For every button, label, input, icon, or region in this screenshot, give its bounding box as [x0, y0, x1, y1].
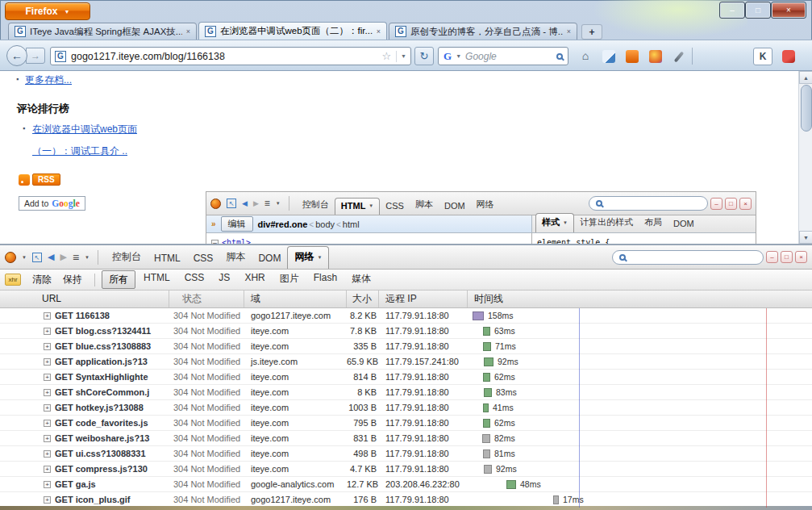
browser-tab-3[interactable]: G原创专业的博客，分享自己点滴 - 博...× [389, 23, 577, 40]
scroll-down-button[interactable]: ▼ [799, 231, 812, 244]
embedded-panel-tab-dom[interactable]: DOM [439, 199, 471, 215]
embedded-search-box[interactable] [589, 196, 708, 211]
close-button[interactable]: × [772, 2, 806, 18]
column-header-timeline[interactable]: 时间线 [468, 291, 812, 307]
panel-menu-icon[interactable]: ≡ [73, 251, 79, 264]
ie-tab-addon-icon[interactable] [599, 48, 618, 65]
post-link-2[interactable]: （一）：调试工具介 .. [32, 144, 127, 158]
embedded-panel-tab-css[interactable]: CSS [380, 199, 410, 215]
firebug-panel-tab-network[interactable]: 网络▼ [287, 246, 329, 269]
column-header-domain[interactable]: 域 [244, 291, 347, 307]
breadcrumb-item[interactable]: html [343, 219, 360, 229]
panel-forward-icon[interactable]: ▶ [253, 199, 259, 207]
filter-images-button[interactable]: 图片 [273, 270, 306, 289]
expand-plus-icon[interactable]: + [44, 496, 51, 504]
panel-minimize-icon[interactable]: – [766, 251, 778, 263]
side-tab-computed[interactable]: 计算出的样式 [574, 214, 639, 232]
filter-html-button[interactable]: HTML [137, 270, 177, 289]
firebug-panel-tab-html[interactable]: HTML [148, 249, 187, 269]
firebug-panel-tab-css[interactable]: CSS [187, 249, 220, 269]
side-tab-layout[interactable]: 布局 [639, 214, 668, 232]
expand-plus-icon[interactable]: + [44, 358, 51, 366]
add-to-google-button[interactable]: Add to Google [19, 196, 85, 211]
bookmark-star-icon[interactable]: ☆ [381, 50, 391, 62]
filter-media-button[interactable]: 媒体 [345, 270, 377, 289]
html-tree-node[interactable]: –<html> [206, 237, 531, 244]
break-on-xhr-icon[interactable]: xhr [5, 274, 21, 286]
embedded-panel-tab-network[interactable]: 网络 [471, 196, 500, 215]
antivirus-addon-icon[interactable] [779, 48, 798, 65]
panel-detach-icon[interactable]: □ [781, 251, 793, 263]
column-header-remote-ip[interactable]: 远程 IP [379, 291, 468, 307]
options-chevron-icon[interactable]: » [211, 219, 216, 228]
expand-plus-icon[interactable]: + [44, 450, 51, 458]
url-bar[interactable]: G gogo1217.iteye.com/blog/1166138 ☆ ▼ [50, 47, 411, 65]
embedded-panel-tab-console[interactable]: 控制台 [297, 196, 335, 215]
forward-button[interactable]: → [26, 48, 45, 64]
filter-css-button[interactable]: CSS [178, 270, 211, 289]
net-request-row[interactable]: +GET ui.css?13088331304 Not Modifieditey… [0, 446, 812, 462]
expand-plus-icon[interactable]: + [44, 404, 51, 412]
home-button[interactable]: ⌂ [576, 48, 595, 65]
edit-button[interactable]: 编辑 [221, 216, 253, 232]
minimize-button[interactable]: – [720, 2, 744, 18]
reload-button[interactable]: ↻ [414, 47, 434, 65]
keyconfig-addon-icon[interactable]: K [753, 48, 772, 65]
page-scrollbar[interactable]: ▲ ▼ [798, 71, 812, 244]
new-tab-button[interactable]: + [581, 24, 602, 40]
net-request-row[interactable]: +GET blue.css?1308883304 Not Modifiedite… [0, 339, 812, 354]
net-request-row[interactable]: +GET ga.js304 Not Modifiedgoogle-analyti… [0, 477, 812, 492]
expand-plus-icon[interactable]: + [44, 343, 51, 350]
panel-forward-icon[interactable]: ▶ [60, 252, 66, 262]
net-request-row[interactable]: +GET shCoreCommon.j304 Not Modifiediteye… [0, 385, 812, 400]
panel-close-icon[interactable]: × [795, 251, 807, 263]
titlebar[interactable]: Firefox ▼ – □ × [0, 0, 812, 22]
filter-all-button[interactable]: 所有 [102, 270, 135, 289]
net-request-row[interactable]: +GET compress.js?130304 Not Modifieditey… [0, 462, 812, 477]
firebug-icon[interactable] [5, 252, 16, 263]
net-request-row[interactable]: +GET SyntaxHighlighte304 Not Modifiedite… [0, 370, 812, 385]
back-button[interactable]: ← [6, 45, 27, 66]
screenshot-addon-icon[interactable] [623, 48, 642, 65]
breadcrumb-item[interactable]: div#red.one [258, 219, 308, 229]
net-request-row[interactable]: +GET blog.css?1324411304 Not Modifiedite… [0, 324, 812, 339]
expand-plus-icon[interactable]: + [44, 466, 51, 473]
expand-plus-icon[interactable]: + [44, 389, 51, 396]
post-link-1[interactable]: 在浏览器中调试web页面 [32, 123, 137, 136]
firefox-menu-button[interactable]: Firefox ▼ [5, 2, 90, 20]
net-request-row[interactable]: +GET 1166138304 Not Modifiedgogo1217.ite… [0, 308, 812, 324]
net-request-row[interactable]: +GET hotkey.js?13088304 Not Modifieditey… [0, 400, 812, 416]
filter-js-button[interactable]: JS [212, 270, 236, 289]
more-archives-link[interactable]: 更多存档... [25, 73, 72, 87]
rss-badge[interactable]: RSS [32, 173, 60, 186]
pen-tool-icon[interactable] [669, 48, 689, 65]
side-tab-dom[interactable]: DOM [668, 216, 700, 232]
rss-feed-icon[interactable] [19, 174, 30, 186]
net-request-row[interactable]: +GET application.js?13304 Not Modifiedjs… [0, 354, 812, 370]
url-history-dropdown-icon[interactable]: ▼ [396, 51, 406, 62]
expand-plus-icon[interactable]: + [44, 435, 51, 442]
expand-plus-icon[interactable]: + [44, 312, 51, 320]
scroll-up-button[interactable]: ▲ [799, 71, 812, 84]
inspect-element-icon[interactable]: ↖ [227, 199, 236, 208]
side-tab-style[interactable]: 样式▼ [535, 213, 574, 232]
filter-xhr-button[interactable]: XHR [238, 270, 271, 289]
tab-close-icon[interactable]: × [186, 27, 190, 36]
embedded-panel-tab-script[interactable]: 脚本 [410, 196, 439, 215]
search-icon[interactable] [556, 53, 563, 60]
persist-button[interactable]: 保持 [57, 271, 88, 288]
url-text[interactable]: gogo1217.iteye.com/blog/1166138 [71, 51, 377, 62]
firebug-search-box[interactable] [612, 250, 764, 265]
expand-plus-icon[interactable]: + [44, 328, 51, 335]
panel-minimize-icon[interactable]: – [710, 198, 722, 210]
browser-tab-1[interactable]: GITeye Java编程 Spring框架 AJAX技...× [8, 23, 197, 40]
firebug-panel-tab-console[interactable]: 控制台 [106, 247, 148, 269]
browser-tab-2[interactable]: G在浏览器中调试web页面（二）：fir...× [198, 22, 387, 40]
column-header-size[interactable]: 大小 [347, 291, 379, 307]
column-header-status[interactable]: 状态 [169, 291, 244, 307]
firebug-panel-tab-dom[interactable]: DOM [252, 249, 287, 269]
firebug-icon[interactable] [210, 199, 221, 209]
search-input[interactable]: Google [465, 51, 552, 62]
column-header-url[interactable]: URL [0, 291, 169, 307]
panel-menu-icon[interactable]: ≡ [264, 198, 270, 209]
